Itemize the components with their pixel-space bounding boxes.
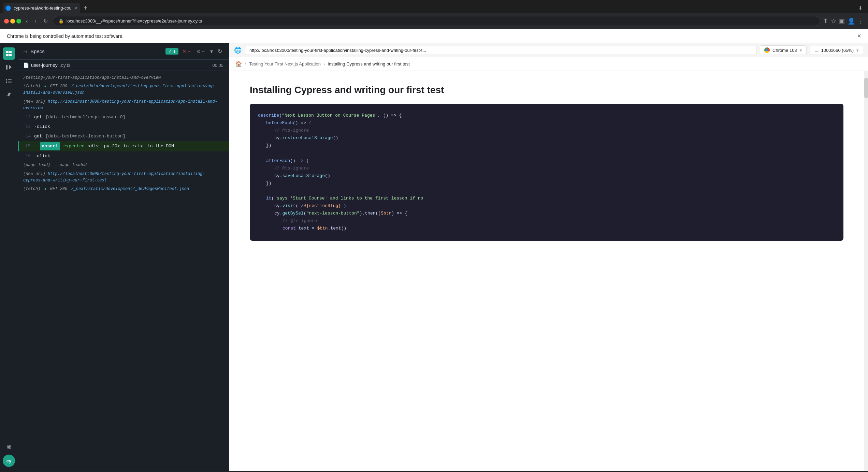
- code-call-2: (): [325, 173, 330, 178]
- sidebar-icon-shortcuts[interactable]: ⌘: [3, 441, 15, 453]
- fail-badge: ✕ --: [180, 48, 193, 55]
- newurl-value-2: http://localhost:3000/testing-your-first…: [23, 172, 205, 183]
- log-url-text: /testing-your-first-application/app-inst…: [23, 75, 161, 80]
- address-bar[interactable]: 🔒 localhost:3000/__/#/specs/runner?file=…: [53, 16, 820, 26]
- browser-selector[interactable]: Chrome 103 ▾: [760, 45, 807, 55]
- profile-icon[interactable]: 👤: [848, 17, 855, 25]
- assert-element: <div..py-20>: [88, 143, 120, 150]
- log-line-13: 13 -click: [18, 122, 229, 132]
- code-var-2: $btn: [381, 211, 391, 216]
- share-icon[interactable]: ⬆: [823, 17, 828, 25]
- close-dot[interactable]: [4, 19, 9, 24]
- breadcrumb: 🏠 › Testing Your First Next.js Applicati…: [229, 57, 868, 71]
- svg-rect-2: [6, 54, 9, 56]
- log-pageload: (page load) --page loaded--: [18, 161, 229, 169]
- line-num-15: 15: [23, 143, 30, 150]
- reload-button[interactable]: ↻: [41, 16, 50, 26]
- code-var-1: ${sectionSlug}: [304, 203, 341, 208]
- content-area[interactable]: Installing Cypress and writing our first…: [229, 71, 864, 471]
- pending-count: --: [202, 49, 205, 54]
- breadcrumb-item-1[interactable]: Testing Your First Next.js Application: [249, 61, 321, 67]
- automation-banner: Chrome is being controlled by automated …: [0, 29, 868, 43]
- sidebar-icon-run[interactable]: [3, 61, 15, 73]
- minimize-dot[interactable]: [10, 19, 15, 24]
- svg-rect-7: [8, 79, 12, 80]
- code-block: describe("Next Lesson Button on Course P…: [250, 104, 843, 241]
- split-view-icon[interactable]: ▣: [839, 17, 845, 25]
- chrome-icon: [764, 47, 770, 53]
- code-visit: visit: [282, 203, 295, 208]
- svg-rect-3: [9, 54, 12, 56]
- new-tab-button[interactable]: +: [80, 3, 91, 13]
- code-comment-3: // @ts-ignore: [283, 218, 317, 223]
- specs-title: ⇒ Specs: [23, 48, 45, 55]
- circle-icon: ⊙: [197, 49, 201, 54]
- log-fetch-2: (fetch) ● GET 200 /_next/static/developm…: [18, 185, 229, 193]
- svg-rect-4: [6, 65, 7, 70]
- sidebar: ⌘ cy: [0, 43, 18, 471]
- test-output[interactable]: /testing-your-first-application/app-inst…: [18, 71, 229, 471]
- current-url: localhost:3000/__/#/specs/runner?file=cy…: [67, 18, 814, 24]
- reload-tests-button[interactable]: ↻: [216, 47, 223, 56]
- dropdown-button[interactable]: ▾: [209, 47, 214, 56]
- lock-icon: 🔒: [58, 18, 64, 24]
- fetch-method-2: GET 200: [50, 187, 67, 191]
- omnibar-row: ‹ › ↻ 🔒 localhost:3000/__/#/specs/runner…: [0, 13, 868, 29]
- selector-12: [data-test=challenge-answer-0]: [45, 114, 125, 121]
- file-name: 📄 user-journey .cy.ts: [23, 62, 70, 68]
- code-then: ).then((: [360, 211, 381, 216]
- resolution-value: 1000x660 (65%): [821, 48, 854, 53]
- home-icon[interactable]: 🏠: [235, 61, 242, 67]
- log-line-16: 16 -click: [18, 151, 229, 161]
- main-layout: ⌘ cy ⇒ Specs ✓ 1 ✕ -- ⊙ --: [0, 43, 868, 471]
- fetch-prefix-2: (fetch): [23, 187, 40, 191]
- file-ext: .cy.ts: [60, 62, 71, 68]
- tab-close-button[interactable]: ×: [74, 5, 77, 11]
- line-num-13: 13: [23, 123, 31, 131]
- screen-icon: ▭: [814, 48, 819, 53]
- assert-expected: expected: [63, 143, 85, 150]
- bookmark-icon[interactable]: ☆: [831, 17, 836, 25]
- sidebar-icon-list[interactable]: [3, 75, 15, 87]
- code-aftereach: afterEach: [266, 158, 290, 163]
- sidebar-icon-dashboard[interactable]: [3, 47, 15, 60]
- gear-icon: [5, 91, 12, 98]
- svg-rect-6: [6, 79, 7, 80]
- assert-text: to exist in the DOM: [124, 143, 174, 150]
- preview-url-bar[interactable]: http://localhost:3000/testing-your-first…: [245, 46, 756, 55]
- newurl-prefix-2: (new url): [23, 172, 48, 176]
- menu-icon[interactable]: ⋮: [858, 17, 864, 25]
- automation-banner-close[interactable]: ×: [857, 32, 861, 40]
- window-maximize-button[interactable]: ⬇: [855, 3, 865, 13]
- code-cy-1: cy.: [274, 135, 282, 141]
- code-cy-3: cy.: [274, 203, 282, 208]
- specs-icon: ⇒: [23, 48, 28, 55]
- code-call-3b: `): [341, 203, 346, 208]
- sidebar-icon-settings[interactable]: [3, 88, 15, 101]
- cypress-logo-button[interactable]: cy: [3, 455, 15, 467]
- resolution-selector[interactable]: ▭ 1000x660 (65%) ▾: [810, 46, 863, 55]
- scrollbar-thumb[interactable]: [864, 78, 868, 98]
- pageload-prefix: (page load): [23, 163, 50, 167]
- breadcrumb-sep-1: ›: [245, 61, 246, 67]
- checkmark-icon: ✓: [168, 49, 172, 54]
- active-tab[interactable]: 🌐 cypress-realworld-testing-cou ×: [3, 3, 80, 13]
- svg-rect-0: [6, 51, 9, 53]
- preview-scrollbar[interactable]: [864, 71, 868, 471]
- content-title: Installing Cypress and writing our first…: [250, 85, 843, 95]
- back-button[interactable]: ‹: [24, 17, 30, 26]
- svg-rect-9: [8, 81, 12, 82]
- cmd-get-14: get: [34, 133, 42, 140]
- maximize-dot[interactable]: [16, 19, 21, 24]
- svg-rect-11: [8, 83, 12, 83]
- svg-rect-8: [6, 80, 7, 82]
- code-comment-2: // @ts-ignore: [274, 166, 309, 171]
- globe-icon: 🌐: [234, 46, 242, 54]
- code-fn-3: () => {: [290, 158, 309, 163]
- selector-14: [data-test=next-lesson-button]: [45, 133, 125, 140]
- tab-favicon: 🌐: [5, 5, 11, 11]
- forward-button[interactable]: ›: [32, 17, 38, 26]
- pending-badge: ⊙ --: [195, 48, 207, 55]
- command-icon: ⌘: [6, 444, 12, 451]
- fetch-prefix: (fetch): [23, 84, 40, 89]
